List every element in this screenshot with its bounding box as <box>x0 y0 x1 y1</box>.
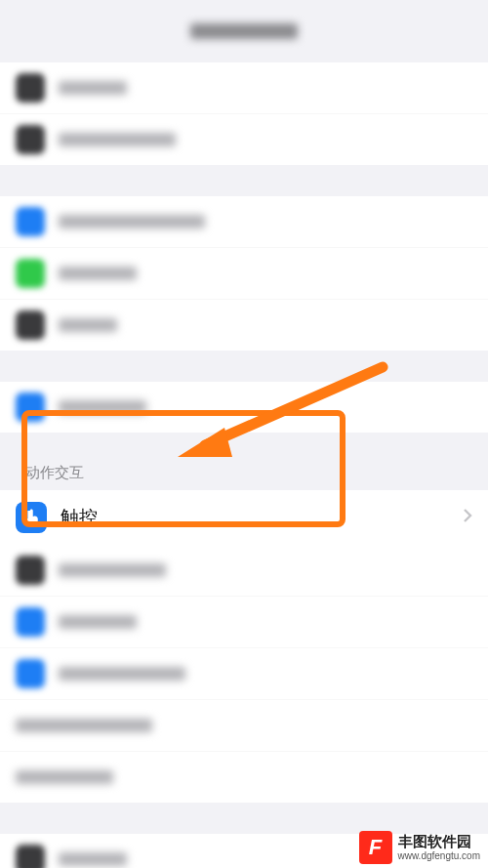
list-item[interactable] <box>0 700 488 752</box>
generic-icon <box>16 125 45 154</box>
watermark: F 丰图软件园 www.dgfengtu.com <box>359 831 481 864</box>
list-item[interactable] <box>0 648 488 700</box>
row-label-placeholder <box>59 267 137 280</box>
row-label-placeholder <box>59 400 146 414</box>
generic-icon <box>16 73 45 103</box>
row-label-placeholder <box>16 719 152 732</box>
touch-row[interactable]: 触控 <box>0 490 488 545</box>
generic-icon <box>16 607 45 637</box>
settings-group-top <box>0 62 488 165</box>
list-item[interactable] <box>0 597 488 648</box>
list-item[interactable] <box>0 196 488 248</box>
row-label-placeholder <box>59 563 166 577</box>
row-label-placeholder <box>59 667 185 681</box>
list-item[interactable] <box>0 114 488 165</box>
list-item[interactable] <box>0 545 488 597</box>
list-item[interactable] <box>0 752 488 803</box>
watermark-logo-icon: F <box>359 831 392 864</box>
nav-header <box>0 0 488 62</box>
page-title-placeholder <box>190 23 298 39</box>
section-header-motion: 动作交互 <box>0 464 488 490</box>
generic-icon <box>16 207 45 236</box>
row-label-placeholder <box>59 133 176 146</box>
row-label-placeholder <box>59 81 127 95</box>
generic-icon <box>16 556 45 585</box>
watermark-url: www.dgfengtu.com <box>398 850 481 861</box>
touch-row-label: 触控 <box>61 505 463 530</box>
row-label-placeholder <box>16 770 113 784</box>
row-label-placeholder <box>59 615 137 629</box>
generic-icon <box>16 310 45 340</box>
list-item[interactable] <box>0 300 488 351</box>
generic-icon <box>16 393 45 422</box>
generic-icon <box>16 259 45 288</box>
settings-group-3 <box>0 382 488 433</box>
watermark-name: 丰图软件园 <box>398 834 481 850</box>
row-label-placeholder <box>59 852 127 866</box>
generic-icon <box>16 659 45 688</box>
generic-icon <box>16 845 45 868</box>
row-label-placeholder <box>59 215 205 228</box>
row-label-placeholder <box>59 318 117 332</box>
chevron-right-icon <box>463 508 472 527</box>
settings-screen: 动作交互 触控 <box>0 0 488 868</box>
list-item[interactable] <box>0 248 488 300</box>
list-item[interactable] <box>0 382 488 433</box>
settings-group-2 <box>0 196 488 351</box>
list-item[interactable] <box>0 62 488 114</box>
settings-group-motion: 触控 <box>0 490 488 803</box>
touch-icon <box>16 502 47 533</box>
